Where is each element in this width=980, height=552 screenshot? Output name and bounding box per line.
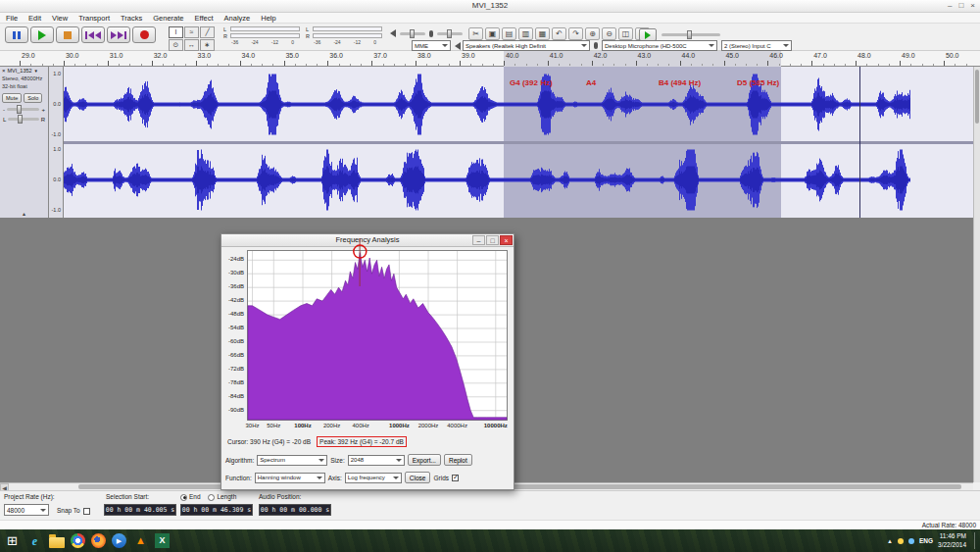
snap-to-checkbox[interactable]	[83, 508, 90, 515]
menu-tracks[interactable]: Tracks	[121, 13, 142, 23]
window-maximize-button[interactable]: □	[958, 0, 963, 12]
skip-to-start-button[interactable]	[81, 26, 105, 43]
output-device-select[interactable]: Speakers (Realtek High Definit	[463, 40, 590, 51]
output-volume-slider[interactable]	[400, 32, 425, 35]
input-channels-select[interactable]: 2 (Stereo) Input C	[721, 40, 792, 51]
end-radio[interactable]	[180, 494, 187, 501]
playback-meter[interactable]: L R -36-24-120	[223, 25, 300, 45]
vertical-scrollbar[interactable]	[973, 67, 980, 482]
start-button[interactable]: ⊞	[4, 532, 21, 549]
track-control-panel[interactable]: × MVI_1352 ▼ Stereo, 48000Hz 32-bit floa…	[0, 67, 49, 218]
dialog-titlebar[interactable]: Frequency Analysis – □ ×	[221, 234, 514, 247]
file-explorer-icon[interactable]	[49, 537, 65, 548]
dialog-minimize-button[interactable]: –	[472, 235, 485, 245]
project-rate-select[interactable]: 48000	[4, 504, 49, 516]
menu-analyze[interactable]: Analyze	[224, 13, 251, 23]
zoom-in-icon[interactable]: ⊕	[585, 27, 600, 40]
slider-thumb[interactable]	[447, 29, 452, 38]
envelope-tool-icon[interactable]: ≈	[184, 26, 199, 38]
dialog-maximize-button[interactable]: □	[486, 235, 499, 245]
paste-icon[interactable]: ▤	[502, 27, 516, 40]
tray-status-icon[interactable]	[908, 538, 914, 544]
tray-expand-icon[interactable]: ▲	[887, 538, 893, 544]
draw-tool-icon[interactable]: ╱	[200, 26, 215, 38]
undo-icon[interactable]: ↶	[552, 27, 566, 40]
multi-tool-icon[interactable]: ∗	[200, 39, 215, 51]
menu-file[interactable]: File	[6, 13, 18, 23]
title-bar[interactable]: MVI_1352 – □ ×	[0, 0, 980, 13]
show-desktop-button[interactable]	[974, 532, 978, 548]
menu-help[interactable]: Help	[261, 13, 275, 23]
taskbar-clock[interactable]: 11:46 PM 3/22/2014	[938, 532, 966, 548]
menu-edit[interactable]: Edit	[28, 13, 41, 23]
pause-button[interactable]	[5, 26, 28, 43]
tray-status-icon[interactable]	[898, 538, 904, 544]
axis-select[interactable]: Log frequency	[345, 473, 402, 483]
menu-effect[interactable]: Effect	[195, 13, 214, 23]
slider-thumb[interactable]	[687, 30, 692, 39]
waveform-display[interactable]: G4 (392 Hz)A4B4 (494 Hz)D5 (585 Hz)	[64, 67, 973, 218]
redo-icon[interactable]: ↷	[568, 27, 583, 40]
menu-view[interactable]: View	[52, 13, 68, 23]
cut-icon[interactable]: ✂	[468, 27, 483, 40]
gain-slider[interactable]	[7, 108, 39, 111]
export-button[interactable]: Export...	[408, 454, 441, 466]
copy-icon[interactable]: ▣	[485, 27, 500, 40]
slider-thumb[interactable]	[18, 115, 23, 124]
timeline-ruler[interactable]: 29.030.031.032.033.034.035.036.037.038.0…	[0, 51, 980, 67]
function-select[interactable]: Hanning window	[255, 473, 325, 483]
selection-tool-icon[interactable]: I	[169, 26, 183, 38]
input-volume-slider[interactable]	[437, 32, 463, 35]
grids-checkbox[interactable]	[452, 475, 459, 481]
spectrum-plot[interactable]	[247, 250, 508, 421]
slider-thumb[interactable]	[410, 29, 415, 38]
internet-explorer-icon[interactable]: e	[26, 532, 43, 549]
fit-selection-icon[interactable]: ◫	[618, 27, 633, 40]
zoom-out-icon[interactable]: ⊖	[602, 27, 616, 40]
close-button[interactable]: Close	[405, 472, 431, 483]
play-speed-slider[interactable]	[662, 33, 720, 36]
vertical-scale-ruler[interactable]: 1.00.0-1.01.00.0-1.0	[49, 67, 64, 218]
track-collapse-button[interactable]: ▴	[23, 210, 25, 217]
audio-position-field[interactable]: 00 h 00 m 00.000 s	[259, 504, 331, 516]
waveform-svg[interactable]	[64, 67, 973, 218]
audio-host-select[interactable]: MME	[412, 40, 451, 51]
length-radio[interactable]	[208, 494, 215, 501]
dialog-close-button[interactable]: ×	[500, 235, 513, 245]
window-minimize-button[interactable]: –	[948, 0, 952, 12]
zoom-tool-icon[interactable]: ⊙	[169, 39, 183, 51]
menu-transport[interactable]: Transport	[78, 13, 110, 23]
chrome-icon[interactable]	[71, 533, 85, 548]
stop-button[interactable]	[56, 26, 79, 43]
window-close-button[interactable]: ×	[970, 0, 975, 12]
silence-audio-icon[interactable]: ▦	[535, 27, 550, 40]
selection-start-field[interactable]: 00 h 00 m 40.005 s	[104, 504, 176, 516]
scrollbar-thumb[interactable]	[975, 70, 979, 124]
algorithm-select[interactable]: Spectrum	[257, 455, 327, 466]
recording-meter[interactable]: L R -36-24-120	[306, 25, 382, 45]
selection-end-field[interactable]: 00 h 00 m 46.309 s	[180, 504, 253, 516]
vlc-icon[interactable]: ▲	[132, 532, 149, 549]
media-player-icon[interactable]: ▶	[112, 533, 126, 548]
skip-to-end-button[interactable]	[107, 26, 130, 43]
size-select[interactable]: 2048	[348, 455, 405, 466]
scrollbar-thumb[interactable]	[78, 484, 961, 489]
solo-button[interactable]: Solo	[24, 93, 42, 103]
time-shift-tool-icon[interactable]: ↔	[184, 39, 199, 51]
spectrum-svg[interactable]	[248, 251, 507, 420]
trim-audio-icon[interactable]: ▥	[518, 27, 533, 40]
slider-thumb[interactable]	[17, 105, 22, 114]
record-button[interactable]	[132, 26, 156, 43]
play-button[interactable]	[30, 26, 54, 43]
menu-generate[interactable]: Generate	[153, 13, 183, 23]
excel-icon[interactable]: X	[155, 533, 170, 548]
grids-toggle[interactable]: Grids	[433, 475, 459, 481]
firefox-icon[interactable]	[91, 533, 106, 548]
input-device-select[interactable]: Desktop Microphone (HD-500C	[602, 40, 717, 51]
track-menu-dropdown[interactable]: ▼	[34, 69, 38, 74]
mute-button[interactable]: Mute	[2, 93, 22, 103]
replot-button[interactable]: Replot	[444, 454, 472, 466]
track-close-button[interactable]: ×	[2, 68, 6, 74]
language-indicator[interactable]: ENG	[919, 537, 933, 544]
pan-slider[interactable]	[8, 118, 38, 121]
